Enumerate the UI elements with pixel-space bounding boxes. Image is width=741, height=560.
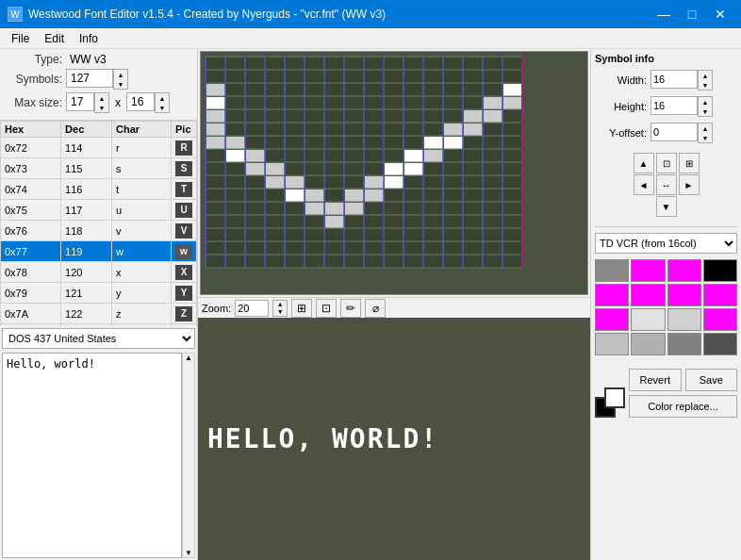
table-row[interactable]: 0x78 120 x X	[1, 262, 197, 283]
sym-yoffset-label: Y-offset:	[595, 127, 647, 139]
menu-info[interactable]: Info	[72, 30, 106, 47]
table-row[interactable]: 0x75 117 u U	[1, 200, 197, 221]
table-row[interactable]: 0x74 116 t T	[1, 179, 197, 200]
cell-pic: R	[172, 138, 197, 158]
sym-width-down[interactable]: ▼	[699, 80, 712, 90]
maximize-button[interactable]: □	[679, 5, 705, 24]
sym-width-spinner: ▲ ▼	[650, 70, 713, 91]
text-scroll-up[interactable]: ▲	[183, 354, 194, 362]
height-up[interactable]: ▲	[156, 93, 169, 103]
cell-pic: {	[172, 324, 197, 327]
zoom-down[interactable]: ▼	[273, 308, 287, 316]
preview-text-input[interactable]	[2, 353, 182, 558]
sym-yoffset-input[interactable]	[650, 123, 698, 141]
table-row[interactable]: 0x79 121 y Y	[1, 283, 197, 304]
pencil-btn[interactable]: ✏	[340, 299, 361, 318]
table-row[interactable]: 0x7A 122 z Z	[1, 304, 197, 324]
copy-icon-btn[interactable]: ⊡	[656, 153, 677, 173]
flip-h-btn[interactable]: ↔	[656, 174, 677, 195]
table-row[interactable]: 0x77 119 w w	[1, 241, 197, 262]
revert-button[interactable]: Revert	[629, 369, 682, 391]
color-palette	[595, 259, 737, 355]
shift-left-btn[interactable]: ◄	[634, 174, 654, 195]
color-swatch[interactable]	[703, 259, 737, 282]
color-swatch[interactable]	[667, 259, 701, 282]
color-swatch[interactable]	[631, 333, 665, 355]
font-table-scroll[interactable]: Hex Dec Char Pic 0x72 114 r R 0x73 115 s…	[0, 121, 197, 326]
zoom-input[interactable]	[235, 300, 269, 317]
color-swatch[interactable]	[595, 308, 629, 331]
charset-dropdown[interactable]: DOS 437 United StatesDOS 850 Western Eur…	[2, 328, 195, 349]
col-char: Char	[112, 122, 172, 138]
color-swatch[interactable]	[631, 308, 665, 331]
sym-height-up[interactable]: ▲	[699, 97, 712, 107]
table-row[interactable]: 0x76 118 v V	[1, 221, 197, 241]
symbols-down[interactable]: ▼	[114, 79, 127, 89]
color-swatch[interactable]	[631, 259, 665, 282]
color-swatch[interactable]	[595, 259, 629, 282]
menu-bar: File Edit Info	[0, 28, 741, 49]
window-controls: — □ ✕	[650, 5, 733, 24]
zoom-up[interactable]: ▲	[273, 301, 287, 308]
close-button[interactable]: ✕	[707, 5, 733, 24]
cell-char: y	[112, 283, 172, 304]
fgbg-area: Revert Save Color replace...	[595, 365, 737, 418]
color-swatch[interactable]	[703, 333, 737, 355]
eyedropper-btn[interactable]: ⌀	[365, 299, 386, 318]
table-row[interactable]: 0x7B 123 { {	[1, 324, 197, 327]
fg-bg-swatches	[595, 387, 625, 418]
fg-color-swatch[interactable]	[604, 387, 625, 408]
text-scrollbar[interactable]: ▲ ▼	[182, 353, 195, 558]
color-swatch[interactable]	[667, 284, 701, 306]
paste-icon-btn[interactable]: ⊞	[679, 153, 700, 173]
height-input[interactable]	[126, 92, 155, 111]
grid-toggle-btn[interactable]: ⊞	[291, 299, 312, 318]
sym-width-input[interactable]	[650, 70, 698, 89]
width-down[interactable]: ▼	[95, 103, 108, 112]
cell-pic: w	[172, 241, 197, 262]
color-scheme-dropdown[interactable]: TD VCR (from 16col)	[595, 233, 737, 254]
sym-width-up[interactable]: ▲	[699, 71, 712, 80]
sym-yoffset-row: Y-offset: ▲ ▼	[595, 123, 737, 143]
title-bar: W Westwood Font Editor v1.5.4 - Created …	[0, 0, 741, 28]
charset-area: DOS 437 United StatesDOS 850 Western Eur…	[0, 326, 197, 351]
sym-yoffset-down[interactable]: ▼	[699, 133, 712, 142]
save-button[interactable]: Save	[685, 369, 738, 391]
sym-height-row: Height: ▲ ▼	[595, 96, 737, 117]
table-row[interactable]: 0x72 114 r R	[1, 138, 197, 158]
minimize-button[interactable]: —	[650, 5, 677, 24]
text-scroll-down[interactable]: ▼	[183, 549, 194, 557]
color-swatch[interactable]	[703, 284, 737, 306]
maxsize-label: Max size:	[6, 96, 62, 109]
color-swatch[interactable]	[595, 333, 629, 355]
cell-dec: 114	[61, 138, 112, 158]
cell-dec: 122	[61, 304, 112, 324]
pixel-editor[interactable]	[200, 51, 588, 295]
color-replace-button[interactable]: Color replace...	[629, 395, 737, 418]
sym-height-input[interactable]	[650, 96, 698, 115]
sym-yoffset-up[interactable]: ▲	[699, 124, 712, 133]
cell-pic: V	[172, 221, 197, 241]
symbols-up[interactable]: ▲	[114, 70, 127, 79]
color-swatch[interactable]	[667, 333, 701, 355]
sym-height-down[interactable]: ▼	[699, 107, 712, 116]
table-row[interactable]: 0x73 115 s S	[1, 158, 197, 179]
pixel-canvas[interactable]	[201, 52, 587, 294]
shift-right-btn[interactable]: ►	[679, 174, 700, 195]
menu-edit[interactable]: Edit	[37, 30, 72, 47]
fit-btn[interactable]: ⊡	[316, 299, 337, 318]
shift-up-btn[interactable]: ▲	[634, 153, 654, 173]
height-down[interactable]: ▼	[156, 103, 169, 112]
color-swatch[interactable]	[703, 308, 737, 331]
main-content: Type: WW v3 Symbols: ▲ ▼ Max size:	[0, 49, 741, 560]
width-input[interactable]	[66, 92, 94, 111]
color-swatch[interactable]	[667, 308, 701, 331]
width-up[interactable]: ▲	[95, 93, 108, 103]
color-swatch[interactable]	[631, 284, 665, 306]
menu-file[interactable]: File	[4, 30, 37, 47]
cell-dec: 116	[61, 179, 112, 200]
symbols-input[interactable]	[66, 69, 113, 88]
cell-hex: 0x7B	[1, 324, 61, 327]
color-swatch[interactable]	[595, 284, 629, 306]
shift-down-btn[interactable]: ▼	[656, 196, 677, 217]
